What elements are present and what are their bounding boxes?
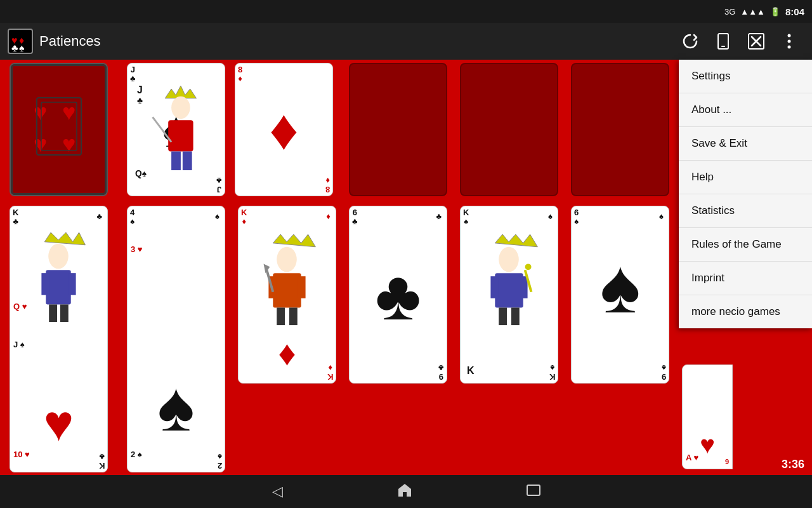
- svg-point-35: [277, 247, 297, 272]
- menu-item-save-exit[interactable]: Save & Exit: [679, 127, 812, 161]
- menu-item-more-games[interactable]: more necio games: [679, 295, 812, 328]
- svg-rect-45: [495, 273, 523, 307]
- svg-rect-46: [490, 276, 498, 298]
- svg-rect-47: [520, 276, 528, 298]
- card-6-spades[interactable]: 6♠ ♠ ♠ 9♠: [571, 206, 669, 384]
- svg-marker-27: [44, 232, 85, 245]
- svg-text:♣: ♣: [137, 96, 143, 105]
- svg-rect-49: [511, 307, 520, 325]
- card-6-clubs[interactable]: 6♣ ♣ ♣ 9♣: [349, 206, 447, 384]
- svg-rect-24: [183, 151, 192, 170]
- card-partial-right[interactable]: A ♥ ♥ 9: [682, 364, 733, 469]
- dropdown-menu: Settings About ... Save & Exit Help Stat…: [679, 60, 812, 328]
- svg-text:♣: ♣: [11, 43, 18, 51]
- svg-marker-43: [495, 234, 537, 247]
- device-button[interactable]: [708, 26, 738, 57]
- home-button[interactable]: [397, 483, 412, 500]
- menu-item-help[interactable]: Help: [679, 161, 812, 194]
- svg-point-11: [788, 46, 791, 49]
- menu-item-about[interactable]: About ...: [679, 93, 812, 127]
- svg-rect-31: [69, 273, 76, 295]
- empty-slot-3: [571, 63, 669, 196]
- back-button[interactable]: ◁: [272, 483, 283, 500]
- more-button[interactable]: [774, 26, 804, 57]
- recent-button[interactable]: [527, 483, 540, 500]
- svg-rect-33: [60, 304, 69, 322]
- signal-icon: 3G: [724, 7, 735, 17]
- svg-text:J: J: [137, 84, 143, 95]
- card-deck[interactable]: ♥ ♥ ♥ ♥: [10, 63, 108, 196]
- svg-text:♠: ♠: [19, 43, 25, 51]
- card-king-diamonds[interactable]: K♦ ♦ ♦ K♦: [238, 206, 336, 384]
- svg-point-44: [499, 247, 519, 272]
- svg-point-10: [788, 40, 791, 43]
- svg-rect-48: [499, 307, 507, 325]
- svg-point-9: [788, 34, 791, 37]
- svg-rect-32: [49, 304, 57, 322]
- game-timer: 3:36: [782, 458, 804, 471]
- svg-text:♥: ♥: [62, 131, 75, 157]
- nav-bar: ◁: [0, 475, 812, 508]
- status-bar: 3G ▲▲▲ 🔋 8:04: [0, 0, 812, 23]
- svg-rect-36: [273, 273, 301, 307]
- svg-rect-52: [527, 485, 540, 495]
- svg-rect-23: [171, 151, 181, 170]
- empty-slot-1: [349, 63, 447, 196]
- app-icon: ♥ ♦ ♣ ♠: [8, 29, 33, 54]
- svg-rect-38: [298, 276, 306, 298]
- empty-slot-2: [460, 63, 558, 196]
- menu-item-statistics[interactable]: Statistics: [679, 194, 812, 228]
- svg-point-28: [48, 244, 69, 269]
- card-8-diamonds[interactable]: 8♦ ♦ 8♦: [235, 63, 333, 196]
- svg-text:♥: ♥: [62, 99, 75, 125]
- clock: 8:04: [785, 6, 804, 17]
- svg-point-21: [171, 97, 190, 119]
- card-king-clubs[interactable]: K♣ ♣ Q ♥ J ♠ 10 ♥ ♥ K♣: [10, 206, 108, 472]
- svg-point-51: [525, 264, 532, 270]
- app-title: Patiences: [39, 33, 672, 50]
- svg-rect-30: [41, 273, 49, 295]
- wifi-icon: ▲▲▲: [740, 7, 765, 17]
- menu-item-imprint[interactable]: Imprint: [679, 262, 812, 295]
- close-button[interactable]: [741, 26, 771, 57]
- card-4-spades[interactable]: 4♠ ♠ 3 ♥ 2 ♠ ♠ 2♠: [127, 206, 225, 472]
- svg-text:♥: ♥: [34, 131, 47, 157]
- svg-rect-29: [46, 270, 70, 304]
- refresh-button[interactable]: [675, 26, 705, 57]
- top-bar: ♥ ♦ ♣ ♠ Patiences: [0, 23, 812, 60]
- svg-text:♥: ♥: [34, 99, 47, 125]
- card-king-spades[interactable]: K♠ ♠ K K♠: [460, 206, 558, 384]
- menu-item-settings[interactable]: Settings: [679, 60, 812, 93]
- menu-item-rules[interactable]: Rules of the Game: [679, 228, 812, 262]
- svg-rect-22: [168, 120, 193, 151]
- svg-marker-34: [273, 234, 315, 247]
- battery-icon: 🔋: [770, 7, 780, 17]
- svg-rect-39: [277, 307, 285, 325]
- svg-rect-40: [289, 307, 298, 325]
- card-jack-clubs[interactable]: J♣ ♠ J♣ J ♣: [127, 63, 225, 196]
- svg-text:Q♠: Q♠: [135, 169, 147, 178]
